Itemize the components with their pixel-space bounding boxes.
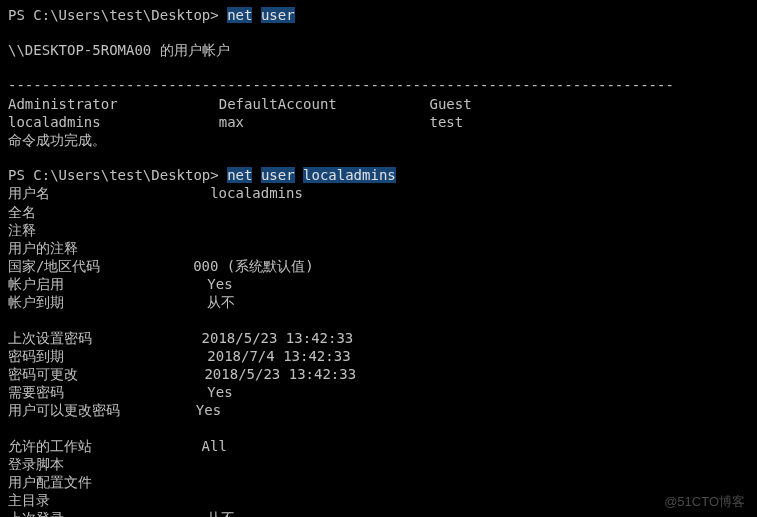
detail-value: 从不 [207,294,235,310]
detail-label: 帐户启用 [8,276,64,292]
cmd-arg: localadmins [303,167,396,183]
detail-row: 用户配置文件 [8,473,749,491]
detail-row: 全名 [8,203,749,221]
detail-value: 2018/7/4 13:42:33 [207,348,350,364]
detail-value: 2018/5/23 13:42:33 [202,330,354,346]
watermark-text: @51CTO博客 [664,494,745,511]
detail-row: 需要密码 Yes [8,383,749,401]
user-row-1: Administrator DefaultAccount Guest [8,95,749,113]
detail-row: 密码可更改 2018/5/23 13:42:33 [8,365,749,383]
detail-row: 注释 [8,221,749,239]
blank-line [8,59,749,76]
detail-label: 用户配置文件 [8,474,92,490]
user-col: Administrator [8,96,118,112]
detail-label: 用户的注释 [8,240,78,256]
separator-line: ----------------------------------------… [8,76,749,94]
command-line-2[interactable]: PS C:\Users\test\Desktop> net user local… [8,166,749,184]
detail-label: 帐户到期 [8,294,64,310]
cmd-user: user [261,167,295,183]
detail-label: 注释 [8,222,36,238]
detail-label: 用户名 [8,185,50,201]
detail-value: Yes [196,402,221,418]
detail-row: 帐户启用 Yes [8,275,749,293]
detail-row: 主目录 [8,491,749,509]
blank-line [8,312,749,329]
user-row-2: localadmins max test [8,113,749,131]
detail-label: 国家/地区代码 [8,258,100,274]
detail-row: 上次设置密码 2018/5/23 13:42:33 [8,329,749,347]
detail-label: 全名 [8,204,36,220]
user-col: DefaultAccount [219,96,337,112]
detail-value: 从不 [207,510,235,517]
detail-row: 登录脚本 [8,455,749,473]
user-col: max [219,114,244,130]
detail-label: 用户可以更改密码 [8,402,120,418]
detail-label: 密码到期 [8,348,64,364]
detail-row: 国家/地区代码 000 (系统默认值) [8,257,749,275]
prompt-path: PS C:\Users\test\Desktop> [8,167,227,183]
detail-label: 上次登录 [8,510,64,517]
detail-label: 需要密码 [8,384,64,400]
detail-label: 主目录 [8,492,50,508]
detail-label: 上次设置密码 [8,330,92,346]
host-header: \\DESKTOP-5ROMA00 的用户帐户 [8,41,749,59]
detail-value: 2018/5/23 13:42:33 [204,366,356,382]
user-col: localadmins [8,114,101,130]
detail-value: localadmins [210,185,303,201]
detail-row: 帐户到期 从不 [8,293,749,311]
detail-value: All [202,438,227,454]
detail-row: 用户名 localadmins [8,184,749,202]
cmd-net: net [227,167,252,183]
blank-line [8,24,749,41]
detail-value: 000 (系统默认值) [193,258,314,274]
blank-line [8,149,749,166]
command-line-1[interactable]: PS C:\Users\test\Desktop> net user [8,6,749,24]
detail-value: Yes [207,276,232,292]
detail-row: 用户可以更改密码 Yes [8,401,749,419]
detail-row: 允许的工作站 All [8,437,749,455]
success-msg: 命令成功完成。 [8,131,749,149]
cmd-user: user [261,7,295,23]
user-col: test [429,114,463,130]
detail-row: 密码到期 2018/7/4 13:42:33 [8,347,749,365]
detail-label: 允许的工作站 [8,438,92,454]
detail-value: Yes [207,384,232,400]
prompt-path: PS C:\Users\test\Desktop> [8,7,227,23]
detail-label: 登录脚本 [8,456,64,472]
cmd-net: net [227,7,252,23]
user-col: Guest [429,96,471,112]
blank-line [8,420,749,437]
detail-row: 上次登录 从不 [8,509,749,517]
detail-row: 用户的注释 [8,239,749,257]
detail-label: 密码可更改 [8,366,78,382]
